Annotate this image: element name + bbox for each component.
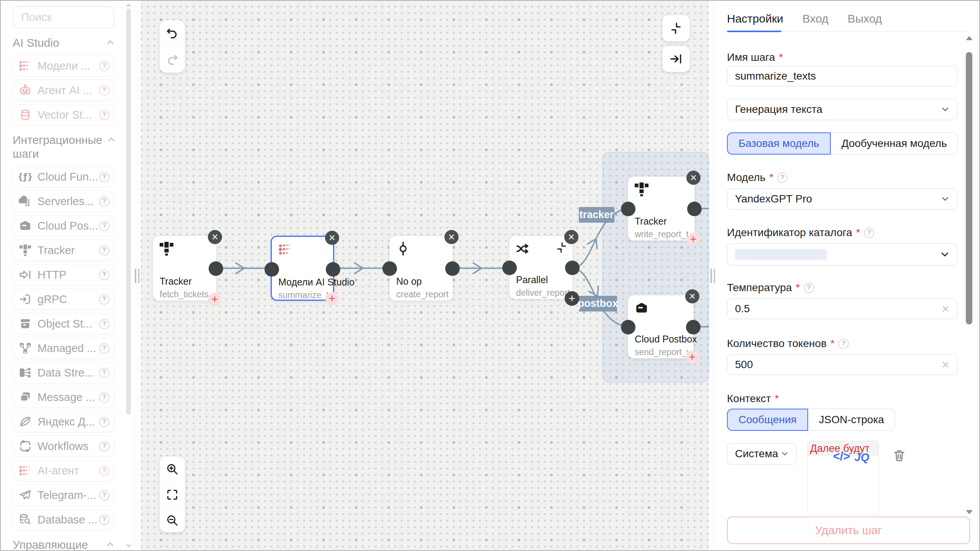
sidebar-item-yandex-disk[interactable]: Яндекс Д...? — [13, 411, 114, 432]
clear-icon[interactable] — [942, 361, 949, 368]
help-icon[interactable]: ? — [99, 85, 109, 96]
model-select[interactable]: YandexGPT Pro — [727, 188, 957, 210]
delete-node-button[interactable]: × — [208, 230, 222, 244]
sidebar-item-ai-agent[interactable]: AI-агент? — [13, 460, 114, 481]
help-icon[interactable]: ? — [99, 270, 109, 280]
sidebar-item-telegram[interactable]: Telegram-...? — [13, 484, 114, 506]
add-step-button[interactable]: + — [687, 233, 700, 246]
scroll-down-icon[interactable] — [126, 544, 132, 548]
collapse-group-icon[interactable] — [555, 241, 568, 254]
step-name-field[interactable] — [727, 66, 957, 86]
help-icon[interactable]: ? — [99, 417, 109, 427]
tab-output[interactable]: Выход — [848, 12, 882, 32]
delete-node-button[interactable]: × — [685, 289, 699, 303]
sidebar-item-database[interactable]: Database ...? — [13, 509, 114, 530]
sidebar-item-vector-store[interactable]: Vector St...? — [13, 104, 114, 126]
delete-node-button[interactable]: × — [444, 230, 459, 244]
help-icon[interactable]: ? — [777, 173, 787, 183]
delete-node-button[interactable]: × — [564, 230, 578, 244]
sidebar-item-workflows[interactable]: Workflows? — [13, 435, 114, 457]
add-step-button[interactable]: + — [686, 350, 699, 364]
input-connector[interactable] — [621, 202, 635, 216]
help-icon[interactable]: ? — [99, 172, 109, 182]
insert-code-icon[interactable]: </> — [833, 450, 850, 463]
delete-message-button[interactable] — [892, 447, 907, 464]
zoom-in-button[interactable] — [160, 456, 185, 482]
folder-id-select[interactable] — [727, 243, 957, 266]
canvas-panel-divider[interactable] — [709, 1, 717, 550]
sidebar-item-agent-ai[interactable]: Агент AI ...? — [13, 80, 114, 101]
zoom-out-button[interactable] — [160, 508, 185, 533]
base-model-option[interactable]: Базовая модель — [727, 132, 831, 155]
sidebar-item-managed-db[interactable]: Managed ...? — [13, 337, 114, 359]
help-icon[interactable]: ? — [864, 228, 874, 238]
sidebar-item-tracker[interactable]: Tracker? — [13, 240, 114, 261]
help-icon[interactable]: ? — [99, 392, 109, 403]
output-connector[interactable] — [686, 320, 701, 334]
scroll-up-icon[interactable] — [126, 3, 132, 7]
go-to-end-button[interactable] — [662, 46, 690, 72]
divider-grip-icon[interactable] — [710, 269, 715, 283]
sidebar-scrollbar-thumb[interactable] — [126, 8, 131, 415]
output-connector[interactable] — [326, 262, 340, 277]
sidebar-item-message-queue[interactable]: Message ...? — [13, 386, 114, 408]
search-field[interactable] — [13, 6, 114, 28]
section-header-integration-steps[interactable]: Интеграционные шаги — [13, 133, 114, 161]
delete-node-button[interactable]: × — [325, 231, 339, 245]
scroll-up-icon[interactable] — [966, 36, 973, 40]
workflow-canvas[interactable]: tracker postbox Tracker fetch_tickets × … — [141, 1, 709, 550]
node-deliver-report[interactable]: Parallel deliver_report × + — [509, 236, 573, 299]
sidebar-scrollbar[interactable] — [124, 1, 133, 550]
output-connector[interactable] — [445, 261, 460, 276]
step-name-input[interactable] — [735, 70, 949, 82]
tab-settings[interactable]: Настройки — [727, 12, 783, 32]
tuned-model-option[interactable]: Дообученная модель — [831, 132, 958, 155]
scroll-down-icon[interactable] — [966, 510, 973, 514]
add-branch-button[interactable]: + — [565, 291, 579, 306]
help-icon[interactable]: ? — [99, 110, 109, 120]
input-connector[interactable] — [382, 261, 397, 276]
sidebar-item-data-streams[interactable]: Data Stre...? — [13, 362, 114, 383]
temperature-field[interactable] — [727, 298, 957, 319]
sidebar-item-object-storage[interactable]: Object St...? — [13, 313, 114, 334]
panel-scrollbar-thumb[interactable] — [966, 52, 972, 324]
help-icon[interactable]: ? — [99, 441, 109, 452]
panel-scrollbar[interactable] — [965, 36, 973, 514]
section-header-control-steps[interactable]: Управляющие шаги — [13, 538, 114, 550]
help-icon[interactable]: ? — [99, 515, 109, 525]
help-icon[interactable]: ? — [99, 368, 109, 378]
sidebar-item-http[interactable]: HTTP? — [13, 264, 114, 285]
section-header-ai-studio[interactable]: AI Studio — [13, 36, 114, 50]
node-fetch-tickets[interactable]: Tracker fetch_tickets × + — [153, 236, 216, 301]
input-connector[interactable] — [265, 262, 279, 277]
help-icon[interactable]: ? — [838, 339, 849, 349]
node-write-report[interactable]: Tracker write_report_to_... × + — [628, 176, 695, 241]
tab-input[interactable]: Вход — [802, 12, 828, 32]
help-icon[interactable]: ? — [99, 490, 109, 500]
temperature-input[interactable] — [735, 303, 942, 315]
node-create-report[interactable]: No op create_report × — [389, 236, 453, 301]
tokens-field[interactable] — [727, 354, 957, 375]
input-connector[interactable] — [621, 320, 635, 334]
sidebar-item-cloud-postbox[interactable]: Cloud Pos...? — [13, 215, 114, 236]
clear-icon[interactable] — [942, 305, 949, 313]
delete-node-button[interactable]: × — [686, 171, 701, 185]
sidebar-item-grpc[interactable]: gRPC? — [13, 289, 114, 310]
add-step-button[interactable]: + — [208, 293, 221, 306]
undo-button[interactable] — [160, 20, 185, 46]
help-icon[interactable]: ? — [99, 221, 109, 231]
message-editor[interactable]: Далее будут </> JQ — [807, 441, 879, 515]
collapse-all-button[interactable] — [662, 15, 690, 41]
output-connector[interactable] — [687, 202, 702, 216]
node-send-report[interactable]: Cloud Postbox send_report_via_... × + — [628, 295, 694, 359]
json-option[interactable]: JSON-строка — [808, 409, 895, 431]
fit-view-button[interactable] — [160, 482, 185, 507]
tokens-input[interactable] — [735, 359, 942, 371]
jq-icon[interactable]: JQ — [854, 451, 869, 464]
divider-grip-icon[interactable] — [135, 269, 139, 283]
step-type-select[interactable]: Генерация текста — [727, 99, 957, 120]
node-summarize-texts[interactable]: Модели AI Studio summarize_texts × + — [271, 236, 334, 301]
sidebar-item-cloud-functions[interactable]: {ƒ}Cloud Fun...? — [13, 166, 114, 187]
messages-option[interactable]: Сообщения — [727, 409, 808, 431]
add-step-button[interactable]: + — [325, 292, 338, 305]
